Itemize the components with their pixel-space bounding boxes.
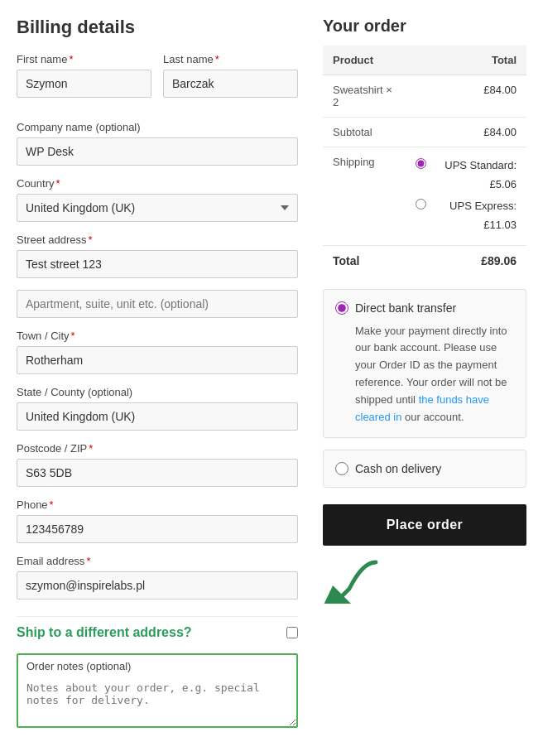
city-input[interactable]: [17, 346, 298, 374]
shipping-option-express: UPS Express: £11.03: [416, 196, 517, 235]
street-label: Street address*: [17, 234, 298, 246]
postcode-input[interactable]: [17, 459, 298, 487]
email-group: Email address*: [17, 555, 298, 600]
subtotal-value: £84.00: [406, 118, 526, 147]
ship-different-section: Ship to a different address?: [17, 616, 298, 640]
first-name-label: First name*: [17, 53, 151, 65]
state-group: State / County (optional): [17, 386, 298, 431]
city-label: Town / City*: [17, 330, 298, 342]
company-label: Company name (optional): [17, 121, 298, 133]
company-input[interactable]: [17, 137, 298, 166]
order-table: Product Total Sweatshirt × 2 £84.00 Subt…: [323, 46, 526, 276]
state-label: State / County (optional): [17, 386, 298, 398]
last-name-group: Last name*: [163, 53, 298, 98]
order-notes-label: Order notes (optional): [18, 655, 296, 672]
cash-on-delivery-radio[interactable]: [335, 462, 348, 475]
bank-transfer-label: Direct bank transfer: [355, 301, 456, 315]
arrow-container: [323, 554, 526, 604]
email-label: Email address*: [17, 555, 298, 567]
bank-transfer-desc: Make your payment directly into our bank…: [335, 323, 514, 426]
arrow-icon: [323, 554, 389, 604]
cash-on-delivery-section: Cash on delivery: [323, 450, 526, 488]
first-name-input[interactable]: [17, 70, 151, 98]
shipping-express-radio[interactable]: [416, 199, 426, 209]
bank-transfer-section: Direct bank transfer Make your payment d…: [323, 289, 526, 439]
subtotal-label: Subtotal: [323, 118, 406, 147]
shipping-options: UPS Standard: £5.06 UPS Express: £11.03: [416, 156, 517, 235]
billing-section: Billing details First name* Last name* C…: [17, 17, 315, 739]
table-row: Subtotal £84.00: [323, 118, 526, 147]
country-select[interactable]: United Kingdom (UK): [17, 194, 298, 222]
postcode-label: Postcode / ZIP*: [17, 442, 298, 455]
phone-input[interactable]: [17, 515, 298, 543]
total-label: Total: [323, 245, 406, 276]
street-group: Street address*: [17, 234, 298, 278]
total-row: Total £89.06: [323, 245, 526, 276]
col-total: Total: [406, 46, 526, 75]
phone-label: Phone*: [17, 498, 298, 511]
postcode-group: Postcode / ZIP*: [17, 442, 298, 487]
order-notes-group: Order notes (optional): [17, 653, 298, 728]
ship-different-label: Ship to a different address?: [17, 625, 192, 640]
shipping-option-standard: UPS Standard: £5.06: [416, 156, 517, 195]
order-title: Your order: [323, 17, 526, 36]
place-order-button[interactable]: Place order: [323, 504, 526, 546]
last-name-input[interactable]: [163, 70, 298, 98]
shipping-label: Shipping: [323, 147, 406, 246]
state-input[interactable]: [17, 402, 298, 431]
shipping-standard-label: UPS Standard: £5.06: [430, 156, 517, 195]
billing-title: Billing details: [17, 17, 298, 38]
street-input[interactable]: [17, 250, 298, 278]
last-name-label: Last name*: [163, 53, 298, 65]
shipping-standard-radio[interactable]: [416, 158, 426, 169]
country-group: Country* United Kingdom (UK): [17, 177, 298, 222]
shipping-row: Shipping UPS Standard: £5.06 UPS Express…: [323, 147, 526, 246]
company-group: Company name (optional): [17, 121, 298, 166]
email-input[interactable]: [17, 571, 298, 600]
table-row: Sweatshirt × 2 £84.00: [323, 75, 526, 118]
product-name: Sweatshirt × 2: [323, 75, 406, 118]
total-value: £89.06: [406, 245, 526, 276]
phone-group: Phone*: [17, 498, 298, 543]
city-group: Town / City*: [17, 330, 298, 374]
bank-transfer-radio[interactable]: [335, 301, 348, 315]
order-section: Your order Product Total Sweatshirt × 2 …: [315, 17, 526, 739]
order-notes-input[interactable]: [18, 677, 296, 726]
product-total: £84.00: [406, 75, 526, 118]
country-label: Country*: [17, 177, 298, 190]
first-name-group: First name*: [17, 53, 151, 98]
bank-transfer-option: Direct bank transfer: [335, 301, 514, 315]
apt-group: [17, 290, 298, 318]
shipping-options-cell: UPS Standard: £5.06 UPS Express: £11.03: [406, 147, 526, 246]
cash-on-delivery-label: Cash on delivery: [355, 462, 441, 475]
shipping-express-label: UPS Express: £11.03: [430, 196, 517, 235]
col-product: Product: [323, 46, 406, 75]
ship-different-checkbox[interactable]: [286, 627, 298, 638]
apt-input[interactable]: [17, 290, 298, 318]
